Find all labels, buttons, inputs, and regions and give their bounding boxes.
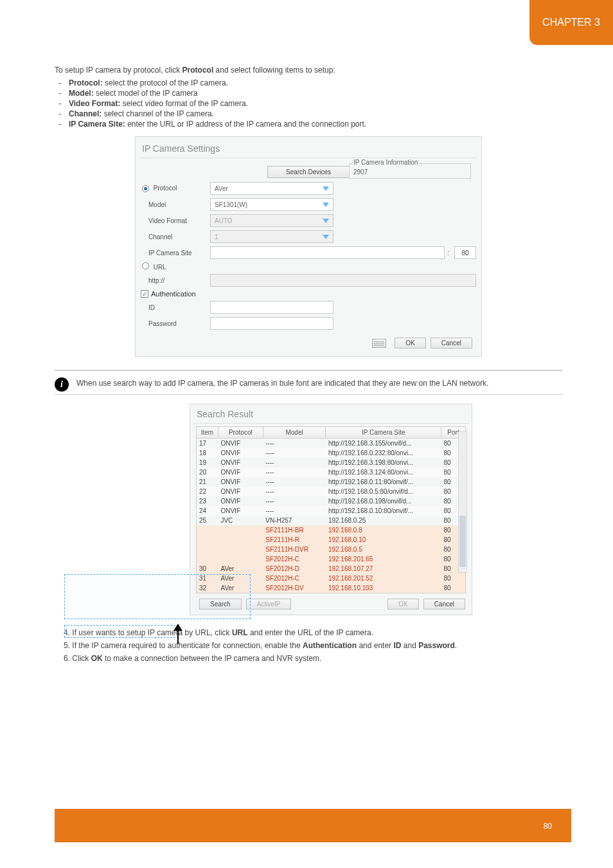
row-site: http://192.168.3.155/onvif/d... — [326, 439, 441, 449]
password-input[interactable] — [210, 317, 333, 330]
table-row[interactable]: 23ONVIF----http://192.168.0.198/onvif/d.… — [197, 496, 466, 506]
model-label: Model — [141, 201, 210, 208]
row-protocol: JVC — [218, 516, 263, 525]
video-format-select[interactable]: AUTO — [210, 214, 333, 227]
row-model: SF2012H-C — [263, 554, 326, 564]
id-input[interactable] — [210, 301, 333, 314]
http-label: http:// — [141, 277, 210, 284]
row-protocol — [218, 545, 263, 554]
row-item — [197, 535, 218, 545]
row-site: http://192.168.0.11:80/onvif/... — [326, 477, 441, 487]
row-site: http://192.168.0.198/onvif/d... — [326, 496, 441, 506]
row-site: http://192.168.0.10:80/onvif/... — [326, 506, 441, 516]
row-model: SF2111H-R — [263, 535, 326, 545]
row-site: 192.168.10.103 — [326, 583, 441, 593]
row-port: 80 — [441, 574, 466, 583]
auth-checkbox[interactable]: ✓ Authentication — [141, 290, 196, 298]
note-text: When use search way to add IP camera, th… — [76, 379, 562, 388]
row-protocol: AVer — [218, 564, 263, 574]
table-row[interactable]: 30AVerSF2012H-D192.168.107.2780 — [197, 564, 466, 574]
row-protocol: ONVIF — [218, 496, 263, 506]
row-site: http://192.168.0.5:80/onvif/d... — [326, 487, 441, 496]
ip-camera-info-box: IP Camera Information 2907 — [349, 163, 471, 179]
dialog-title: IP Camera Settings — [139, 141, 477, 158]
video-format-label: Video Format — [141, 217, 210, 224]
row-site: 192.168.0.10 — [326, 535, 441, 545]
chapter-tab: CHAPTER 3 — [529, 0, 613, 45]
table-row[interactable]: 17ONVIF----http://192.168.3.155/onvif/d.… — [197, 439, 466, 449]
step-5: 5. If the IP camera required to authenti… — [64, 641, 562, 650]
row-model: ---- — [263, 496, 326, 506]
site-input[interactable] — [210, 246, 445, 259]
row-model: ---- — [263, 487, 326, 496]
search-devices-button[interactable]: Search Devices — [267, 166, 350, 178]
row-protocol: ONVIF — [218, 506, 263, 516]
row-model: SF2111H-BR — [263, 525, 326, 535]
row-model: ---- — [263, 439, 326, 449]
table-row[interactable]: SF2111H-DVR192.168.0.580 — [197, 545, 466, 554]
row-model: ---- — [263, 448, 326, 458]
row-item: 19 — [197, 458, 218, 467]
row-model: VN-H257 — [263, 516, 326, 525]
intro-seg-2: and select following items to setup: — [216, 66, 335, 75]
ok-button[interactable]: OK — [395, 338, 425, 348]
row-protocol: ONVIF — [218, 448, 263, 458]
row-protocol — [218, 535, 263, 545]
table-row[interactable]: 20ONVIF----http://192.168.3.124:80/onvi.… — [197, 467, 466, 477]
table-row[interactable]: 18ONVIF----http://192.168.0.232:80/onvi.… — [197, 448, 466, 458]
model-select[interactable]: SF1301(W) — [210, 198, 333, 211]
table-row[interactable]: 21ONVIF----http://192.168.0.11:80/onvif/… — [197, 477, 466, 487]
table-row[interactable]: SF2111H-BR192.168.0.880 — [197, 525, 466, 535]
activeip-button[interactable]: ActiveIP — [246, 599, 292, 610]
table-row[interactable]: 22ONVIF----http://192.168.0.5:80/onvif/d… — [197, 487, 466, 496]
row-item — [197, 545, 218, 554]
cancel-button[interactable]: Cancel — [431, 338, 472, 348]
annotation-arrow-stem — [177, 631, 179, 644]
chevron-down-icon — [323, 186, 329, 191]
intro-bullets: Protocol: select the protocol of the IP … — [55, 78, 562, 129]
row-site: 192.168.0.8 — [326, 525, 441, 535]
scrollbar-thumb[interactable] — [459, 516, 466, 567]
row-item: 21 — [197, 477, 218, 487]
table-row[interactable]: 25JVCVN-H257192.168.0.2580 — [197, 516, 466, 525]
table-row[interactable]: 24ONVIF----http://192.168.0.10:80/onvif/… — [197, 506, 466, 516]
ok-button-2[interactable]: OK — [387, 599, 418, 610]
id-label: ID — [141, 304, 210, 311]
row-protocol — [218, 525, 263, 535]
row-item: 25 — [197, 516, 218, 525]
channel-select[interactable]: 1 — [210, 230, 333, 243]
divider — [55, 370, 562, 371]
protocol-radio[interactable]: Protocol — [141, 185, 210, 192]
port-input[interactable]: 80 — [454, 246, 476, 259]
col-model[interactable]: Model — [263, 427, 326, 439]
row-site: http://192.168.3.198:80/onvi... — [326, 458, 441, 467]
channel-label: Channel — [141, 233, 210, 240]
scrollbar[interactable] — [458, 431, 467, 573]
table-row[interactable]: 19ONVIF----http://192.168.3.198:80/onvi.… — [197, 458, 466, 467]
url-input[interactable] — [210, 274, 476, 287]
row-port: 80 — [441, 583, 466, 593]
col-protocol[interactable]: Protocol — [218, 427, 263, 439]
chevron-down-icon — [323, 219, 329, 223]
row-item: 20 — [197, 467, 218, 477]
row-model: SF2012H-D — [263, 564, 326, 574]
radio-on-icon — [142, 185, 149, 192]
table-row[interactable]: SF2111H-R192.168.0.1080 — [197, 535, 466, 545]
cancel-button-2[interactable]: Cancel — [423, 599, 465, 610]
row-site: http://192.168.0.232:80/onvi... — [326, 448, 441, 458]
row-model: ---- — [263, 458, 326, 467]
row-item: 22 — [197, 487, 218, 496]
ip-camera-info-value: 2907 — [353, 168, 466, 176]
keyboard-icon[interactable] — [372, 339, 386, 348]
row-protocol: ONVIF — [218, 477, 263, 487]
url-radio[interactable]: URL — [141, 262, 210, 271]
radio-off-icon — [142, 262, 149, 269]
step-6: 6. Click OK to make a connection between… — [64, 654, 562, 663]
page-footer — [55, 809, 571, 842]
annotation-box-1 — [64, 574, 251, 619]
col-site[interactable]: IP Camera Site — [326, 427, 441, 439]
protocol-select[interactable]: AVer — [210, 182, 333, 195]
port-colon: : — [447, 249, 449, 257]
col-item[interactable]: Item — [197, 427, 218, 439]
table-row[interactable]: SF2012H-C192.168.201.6580 — [197, 554, 466, 564]
